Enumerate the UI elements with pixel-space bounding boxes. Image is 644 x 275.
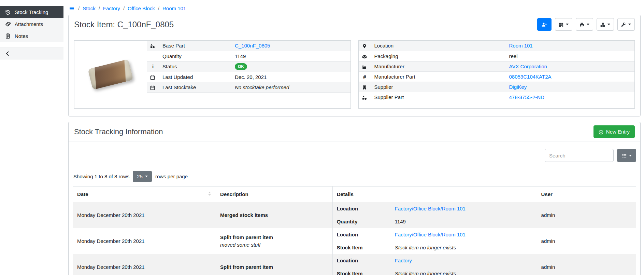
stock-item-details: Base Part C_100nF_0805 Quantity 1149 i S… [69,34,640,116]
sidebar-item-label: Attachments [15,21,43,27]
print-actions-button[interactable] [576,18,593,31]
detail-sub-row: Location Factory/Office Block/Room 101 [333,202,537,215]
last-updated-value: Dec. 20, 2021 [231,72,350,82]
part-thumbnail[interactable] [74,41,147,108]
sidebar-collapse-button[interactable] [0,47,63,59]
supplier-part-link[interactable]: 478-3755-2-ND [509,94,544,100]
detail-row-base-part: Base Part C_100nF_0805 [147,41,350,51]
showing-text: Showing 1 to 8 of 8 rows [73,174,129,179]
search-input[interactable] [545,149,614,162]
detail-label: Manufacturer [371,61,506,71]
sidebar-item-stock-tracking[interactable]: Stock Tracking [0,6,63,18]
stock-item-details-table-right: Location Room 101 [359,41,635,102]
tracking-description-note: moved some stuff [220,242,328,248]
column-header-user[interactable]: User [537,187,636,202]
column-header-details[interactable]: Details [332,187,537,202]
detail-row-packaging: Packaging reel [359,51,635,61]
menu-icon[interactable] [69,6,75,11]
user-plus-icon [542,22,547,27]
detail-row-manufacturer-part: # Manufacturer Part 08053C104KAT2A [359,71,635,82]
detail-label: Last Updated [159,72,231,82]
breadcrumb-factory[interactable]: Factory [103,5,120,11]
stock-item-details-left: Base Part C_100nF_0805 Quantity 1149 i S… [74,40,351,109]
info-icon: i [150,64,156,69]
tracking-description: Merged stock items [220,212,328,218]
sub-row-label: Location [337,206,395,211]
wrench-icon [621,22,626,27]
new-entry-button[interactable]: New Entry [593,125,635,138]
sub-row-label: Location [337,258,395,263]
breadcrumb-separator: / [123,5,125,11]
location-link[interactable]: Factory/Office Block/Room 101 [395,232,466,237]
base-part-link[interactable]: C_100nF_0805 [235,43,270,49]
sub-row-label: Quantity [337,219,395,224]
location-link[interactable]: Factory/Office Block/Room 101 [395,206,466,211]
tracking-row: Monday December 20th 2021 Merged stock i… [73,202,636,228]
caret-down-icon [607,24,610,25]
detail-sub-row: Location Factory [333,254,537,267]
breadcrumb-office-block[interactable]: Office Block [128,5,155,11]
location-link[interactable]: Room 101 [509,43,533,49]
supplier-link[interactable]: DigiKey [509,84,527,90]
sidebar-item-attachments[interactable]: Attachments [0,18,63,30]
stock-tracking-panel-header: Stock Tracking Information New Entry [69,122,640,141]
caret-down-icon [145,176,148,177]
detail-label: Supplier [371,82,506,92]
rows-per-page-label: rows per page [155,174,188,179]
stock-actions-button[interactable] [597,18,614,31]
breadcrumb-separator: / [158,5,159,11]
column-header-date[interactable]: Date [73,187,216,202]
tracking-user: admin [537,254,636,275]
map-marker-icon [362,43,367,49]
sub-row-value: Stock item no longer exists [395,271,456,275]
breadcrumb-separator: / [78,5,80,11]
tracking-row: Monday December 20th 2021 Split from par… [73,228,636,254]
main-content: / Stock / Factory / Office Block / Room … [63,0,644,275]
history-icon [5,10,11,15]
sub-row-label: Stock Item [337,271,395,275]
breadcrumb-room-101[interactable]: Room 101 [162,5,186,11]
sidebar-item-label: Notes [15,33,28,39]
status-badge: OK [235,63,247,70]
page-size-select[interactable]: 25 [133,171,152,182]
column-header-description[interactable]: Description [216,187,333,202]
caret-down-icon [566,24,569,25]
sidebar-item-label: Stock Tracking [15,9,48,15]
detail-label: Base Part [159,41,231,51]
stock-item-toolbar [537,18,635,31]
tracking-date: Monday December 20th 2021 [73,254,216,275]
detail-label: Status [159,61,231,72]
stock-item-details-table-left: Base Part C_100nF_0805 Quantity 1149 i S… [147,41,350,93]
location-link[interactable]: Factory [395,258,412,263]
caret-down-icon [587,24,589,25]
sub-row-label: Stock Item [337,245,395,250]
detail-label: Manufacturer Part [371,71,506,82]
user-actions-button[interactable] [537,18,552,31]
breadcrumb-separator: / [99,5,100,11]
manufacturer-part-link[interactable]: 08053C104KAT2A [509,74,552,80]
columns-button[interactable] [617,149,636,162]
table-controls [73,149,636,162]
calendar-icon [150,74,155,80]
plus-circle-icon [599,129,603,135]
barcode-actions-button[interactable] [555,18,572,31]
list-icon [622,153,627,158]
tracking-user: admin [537,228,636,254]
detail-label: Last Stocktake [159,82,231,92]
chevron-left-icon [5,51,11,56]
calendar-icon [150,84,155,90]
column-label: Description [220,191,248,197]
tracking-date: Monday December 20th 2021 [73,202,216,228]
tracking-details: Location Factory/Office Block/Room 101 Q… [332,202,537,228]
sidebar-item-notes[interactable]: Notes [0,30,63,42]
detail-row-location: Location Room 101 [359,41,635,51]
manufacturer-link[interactable]: AVX Corporation [509,64,547,69]
edit-actions-button[interactable] [617,18,635,31]
column-label: Details [337,191,354,197]
breadcrumb-stock[interactable]: Stock [83,5,96,11]
sub-row-label: Location [337,232,395,237]
detail-row-supplier-part: Supplier Part 478-3755-2-ND [359,92,635,102]
detail-row-quantity: Quantity 1149 [147,51,350,61]
detail-row-last-stocktake: Last Stocktake No stocktake performed [147,82,350,92]
detail-row-supplier: Supplier DigiKey [359,82,635,92]
